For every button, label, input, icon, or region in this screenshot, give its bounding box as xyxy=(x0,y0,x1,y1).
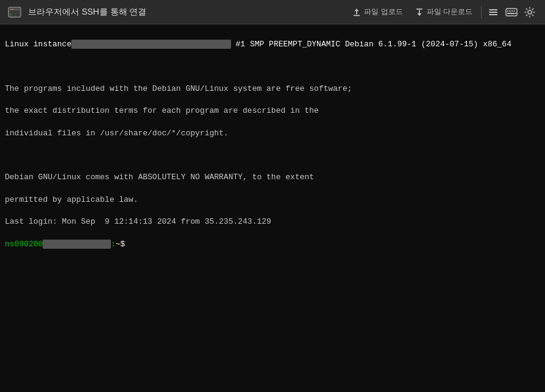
divider xyxy=(481,6,482,18)
terminal-line-7: Debian GNU/Linux comes with ABSOLUTELY N… xyxy=(5,172,540,183)
svg-rect-1 xyxy=(10,9,20,10)
svg-point-4 xyxy=(13,9,15,10)
download-button[interactable]: 파일 다운로드 xyxy=(409,4,479,20)
svg-rect-7 xyxy=(416,8,422,9)
svg-rect-6 xyxy=(354,15,360,16)
terminal-line-5: individual files in /usr/share/doc/*/cop… xyxy=(5,128,540,139)
svg-rect-17 xyxy=(508,13,515,14)
terminal-line-6 xyxy=(5,150,540,161)
svg-point-2 xyxy=(10,9,12,10)
menu-button[interactable] xyxy=(484,3,502,21)
window-title: 브라우저에서 SSH를 통해 연결 xyxy=(28,7,346,18)
keyboard-button[interactable] xyxy=(502,3,521,21)
svg-rect-12 xyxy=(507,10,508,12)
terminal-line-3: The programs included with the Debian GN… xyxy=(5,84,540,94)
svg-rect-16 xyxy=(507,13,508,14)
terminal-line-2 xyxy=(5,62,540,73)
terminal-prompt: ns090200██████████████:~$ xyxy=(5,239,540,250)
svg-rect-13 xyxy=(510,10,511,12)
terminal-line-4: the exact distribution terms for each pr… xyxy=(5,105,540,116)
svg-rect-9 xyxy=(489,12,497,13)
svg-rect-11 xyxy=(506,9,517,16)
svg-rect-14 xyxy=(511,10,513,12)
svg-point-3 xyxy=(12,9,13,10)
upload-button[interactable]: 파일 업로드 xyxy=(346,4,408,20)
svg-rect-10 xyxy=(489,14,497,15)
terminal-line-1: Linux instance██████████████████████████… xyxy=(5,39,540,50)
terminal-line-9: Last login: Mon Sep 9 12:14:13 2024 from… xyxy=(5,216,540,227)
svg-rect-18 xyxy=(515,13,516,14)
title-bar: $ _ 브라우저에서 SSH를 통해 연결 파일 업로드 파일 다운로드 xyxy=(0,0,545,24)
svg-text:$ _: $ _ xyxy=(10,12,16,16)
svg-rect-15 xyxy=(514,10,515,12)
svg-rect-8 xyxy=(489,9,497,10)
app-icon: $ _ xyxy=(6,4,23,21)
settings-button[interactable] xyxy=(521,3,539,21)
svg-point-19 xyxy=(528,10,532,14)
terminal-output[interactable]: Linux instance██████████████████████████… xyxy=(0,24,545,392)
terminal-line-8: permitted by applicable law. xyxy=(5,194,540,205)
